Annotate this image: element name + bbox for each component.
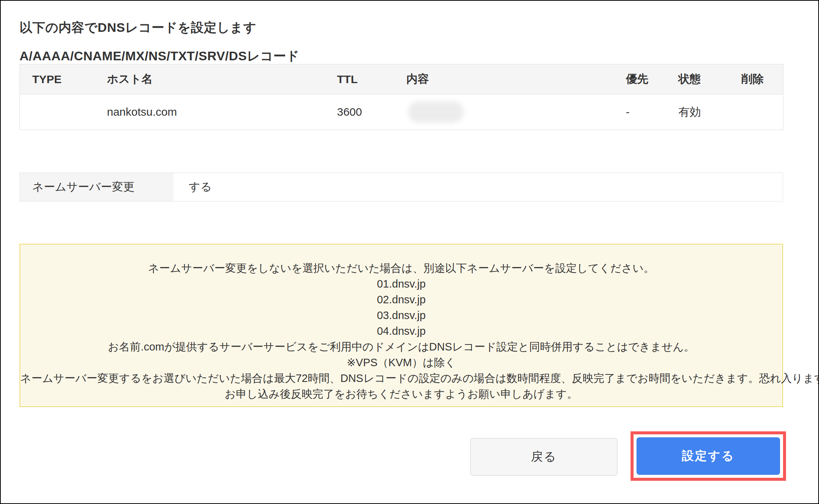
nameserver-change-label: ネームサーバー変更 xyxy=(20,173,173,201)
notice-line: ネームサーバー変更をしないを選択いただいた場合は、別途以下ネームサーバーを設定し… xyxy=(20,260,782,276)
notice-nameserver-3: 03.dnsv.jp xyxy=(20,307,782,323)
header-type: TYPE xyxy=(20,64,95,94)
redacted-content-blur xyxy=(408,101,463,122)
notice-line: ネームサーバー変更するをお選びいただいた場合は最大72時間、DNSレコードの設定… xyxy=(20,370,782,386)
cell-content xyxy=(394,94,614,130)
notice-line: お申し込み後反映完了をお待ちくださいますようお願い申しあげます。 xyxy=(20,386,782,402)
nameserver-change-row: ネームサーバー変更 する xyxy=(19,173,783,201)
dns-records-table: TYPE ホスト名 TTL 内容 優先 状態 削除 nankotsu.com 3… xyxy=(19,64,783,130)
nameserver-change-value: する xyxy=(173,173,212,201)
table-row: nankotsu.com 3600 - 有効 xyxy=(20,94,783,130)
header-content: 内容 xyxy=(394,64,614,94)
table-header-row: TYPE ホスト名 TTL 内容 優先 状態 削除 xyxy=(20,64,783,94)
header-priority: 優先 xyxy=(614,64,666,94)
header-hostname: ホスト名 xyxy=(95,64,325,94)
notice-nameserver-1: 01.dnsv.jp xyxy=(20,276,782,292)
cell-ttl: 3600 xyxy=(325,94,394,130)
cell-status: 有効 xyxy=(666,94,729,130)
header-status: 状態 xyxy=(666,64,729,94)
cell-priority: - xyxy=(614,94,666,130)
back-button[interactable]: 戻る xyxy=(470,438,617,476)
notice-line: ※VPS（KVM）は除く xyxy=(20,355,782,370)
submit-highlight-annotation: 設定する xyxy=(631,431,786,481)
cell-hostname: nankotsu.com xyxy=(95,94,325,130)
page-title: 以下の内容でDNSレコードを設定します xyxy=(19,19,256,36)
notice-nameserver-2: 02.dnsv.jp xyxy=(20,292,782,307)
notice-nameserver-4: 04.dnsv.jp xyxy=(20,323,782,339)
header-delete: 削除 xyxy=(729,64,783,94)
header-ttl: TTL xyxy=(325,64,394,94)
cell-delete xyxy=(729,94,783,130)
record-types-subtitle: A/AAAA/CNAME/MX/NS/TXT/SRV/DSレコード xyxy=(19,48,299,65)
dns-setup-confirmation-page: { "page": { "title": "以下の内容でDNSレコードを設定しま… xyxy=(0,0,819,504)
notice-line: お名前.comが提供するサーバーサービスをご利用中のドメインはDNSレコード設定… xyxy=(20,339,782,355)
cell-type xyxy=(20,94,95,130)
nameserver-notice-box: ネームサーバー変更をしないを選択いただいた場合は、別途以下ネームサーバーを設定し… xyxy=(19,244,783,407)
submit-button[interactable]: 設定する xyxy=(637,437,780,475)
